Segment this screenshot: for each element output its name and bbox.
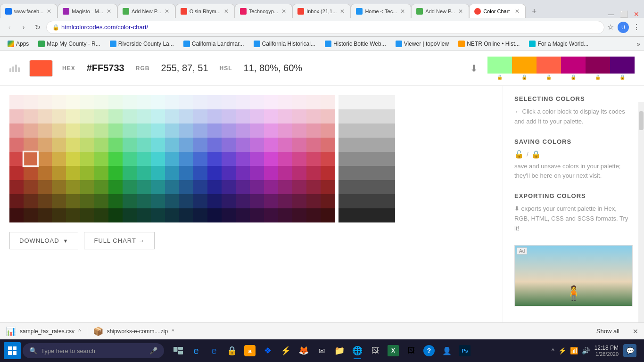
bookmark-california-historical[interactable]: California Historical... xyxy=(250,40,319,48)
volume-icon[interactable]: 🔊 xyxy=(582,347,590,354)
color-cell[interactable] xyxy=(193,208,207,222)
color-cell[interactable] xyxy=(137,152,151,166)
color-cell[interactable] xyxy=(306,138,321,152)
tab-colorchart[interactable]: Color Chart ✕ xyxy=(469,4,526,18)
color-cell[interactable] xyxy=(137,123,151,138)
color-cell[interactable] xyxy=(321,194,335,208)
color-cell[interactable] xyxy=(264,208,278,222)
new-tab-button[interactable]: + xyxy=(528,5,541,18)
system-clock[interactable]: 12:18 PM 1/28/2020 xyxy=(594,345,619,357)
color-cell[interactable] xyxy=(66,180,80,194)
gray-cell[interactable] xyxy=(367,95,381,109)
gray-cell[interactable] xyxy=(381,95,395,109)
taskbar-app-ie[interactable]: e xyxy=(206,341,223,360)
color-cell[interactable] xyxy=(80,194,94,208)
tab-close-colorchart[interactable]: ✕ xyxy=(514,8,520,15)
color-cell[interactable] xyxy=(123,180,137,194)
forward-button[interactable]: › xyxy=(18,22,29,33)
color-cell[interactable] xyxy=(80,95,94,109)
color-cell[interactable] xyxy=(123,123,137,138)
color-cell[interactable] xyxy=(306,166,321,180)
gray-cell[interactable] xyxy=(339,95,353,109)
gray-cell[interactable] xyxy=(381,166,395,180)
color-cell[interactable] xyxy=(123,166,137,180)
show-all-button[interactable]: Show all xyxy=(591,326,625,337)
color-cell[interactable] xyxy=(222,123,236,138)
color-cell[interactable] xyxy=(52,138,66,152)
color-cell[interactable] xyxy=(193,123,207,138)
color-cell[interactable] xyxy=(108,123,123,138)
gray-cell[interactable] xyxy=(339,194,353,208)
color-cell[interactable] xyxy=(66,123,80,138)
gray-cell[interactable] xyxy=(353,152,367,166)
color-cell[interactable] xyxy=(9,95,24,109)
gray-cell[interactable] xyxy=(353,109,367,123)
color-cell[interactable] xyxy=(151,152,165,166)
gray-cell[interactable] xyxy=(367,152,381,166)
color-cell[interactable] xyxy=(137,109,151,123)
color-cell[interactable] xyxy=(278,95,292,109)
color-cell[interactable] xyxy=(321,95,335,109)
color-cell[interactable] xyxy=(236,166,250,180)
color-cell[interactable] xyxy=(250,152,264,166)
color-cell[interactable] xyxy=(264,166,278,180)
close-button[interactable]: ✕ xyxy=(634,10,639,18)
color-cell[interactable] xyxy=(80,138,94,152)
color-cell[interactable] xyxy=(151,180,165,194)
bookmark-topoview[interactable]: Viewer | topoView xyxy=(392,40,453,48)
taskbar-app-help[interactable]: ? xyxy=(421,341,438,360)
color-cell[interactable] xyxy=(38,194,52,208)
color-cell[interactable] xyxy=(236,95,250,109)
color-cell[interactable] xyxy=(179,166,193,180)
color-cell[interactable] xyxy=(207,208,222,222)
color-cell[interactable] xyxy=(66,138,80,152)
color-cell[interactable] xyxy=(207,95,222,109)
color-cell[interactable] xyxy=(151,109,165,123)
color-cell[interactable] xyxy=(137,138,151,152)
color-cell[interactable] xyxy=(24,123,38,138)
gray-cell[interactable] xyxy=(381,180,395,194)
color-cell[interactable] xyxy=(151,194,165,208)
color-cell[interactable] xyxy=(250,109,264,123)
color-cell[interactable] xyxy=(94,208,108,222)
color-cell[interactable] xyxy=(108,95,123,109)
color-cell[interactable] xyxy=(292,138,306,152)
color-cell[interactable] xyxy=(292,194,306,208)
menu-icon[interactable]: ⋮ xyxy=(633,23,640,32)
palette-swatch-2[interactable] xyxy=(512,57,537,74)
color-cell[interactable] xyxy=(137,166,151,180)
color-cell[interactable] xyxy=(52,166,66,180)
color-cell[interactable] xyxy=(193,180,207,194)
color-cell[interactable] xyxy=(264,194,278,208)
gray-cell[interactable] xyxy=(381,152,395,166)
color-cell[interactable] xyxy=(250,208,264,222)
color-cell[interactable] xyxy=(306,123,321,138)
color-cell[interactable] xyxy=(264,95,278,109)
color-cell[interactable] xyxy=(321,208,335,222)
color-cell[interactable] xyxy=(193,194,207,208)
csv-expand-arrow[interactable]: ^ xyxy=(78,328,81,335)
gray-cell[interactable] xyxy=(353,194,367,208)
color-cell[interactable] xyxy=(38,152,52,166)
color-cell[interactable] xyxy=(292,95,306,109)
color-cell[interactable] xyxy=(278,180,292,194)
color-cell[interactable] xyxy=(264,180,278,194)
color-cell[interactable] xyxy=(165,208,179,222)
palette-swatch-5[interactable] xyxy=(586,57,610,74)
color-cell[interactable] xyxy=(278,123,292,138)
color-cell[interactable] xyxy=(94,166,108,180)
color-cell[interactable] xyxy=(207,138,222,152)
tab-close-techno[interactable]: ✕ xyxy=(281,8,287,15)
color-cell[interactable] xyxy=(108,166,123,180)
color-cell[interactable] xyxy=(207,109,222,123)
bookmarks-more-button[interactable]: » xyxy=(636,40,640,48)
selected-color-swatch[interactable] xyxy=(29,60,53,77)
gray-cell[interactable] xyxy=(339,109,353,123)
gray-cell[interactable] xyxy=(381,123,395,138)
color-cell[interactable] xyxy=(94,194,108,208)
color-cell[interactable] xyxy=(165,152,179,166)
color-cell[interactable] xyxy=(123,208,137,222)
color-cell[interactable] xyxy=(236,208,250,222)
color-cell[interactable] xyxy=(9,123,24,138)
color-cell[interactable] xyxy=(222,95,236,109)
